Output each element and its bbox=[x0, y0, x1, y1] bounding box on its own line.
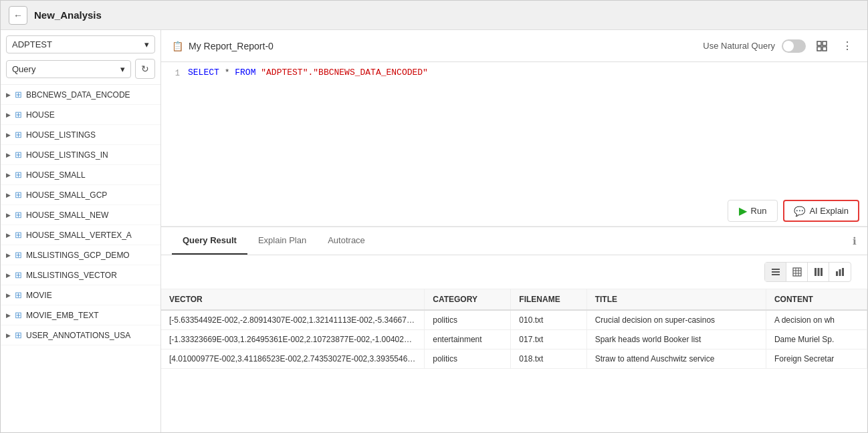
sidebar-item-label: HOUSE_SMALL_NEW bbox=[26, 210, 108, 220]
ai-explain-button[interactable]: 💬 AI Explain bbox=[783, 200, 859, 222]
svg-rect-15 bbox=[836, 271, 838, 276]
ai-explain-label: AI Explain bbox=[809, 206, 849, 216]
results-tabs: Query Result Explain Plan Autotrace ℹ bbox=[161, 227, 867, 255]
chart-view-button[interactable] bbox=[829, 263, 851, 281]
sidebar-item-user-annotations[interactable]: ▶ ⊞ USER_ANNOTATIONS_USA bbox=[1, 325, 160, 345]
expand-icon: ▶ bbox=[6, 92, 11, 98]
sidebar-item-house-small-vertex[interactable]: ▶ ⊞ HOUSE_SMALL_VERTEX_A bbox=[1, 225, 160, 245]
svg-rect-4 bbox=[772, 269, 780, 270]
expand-icon: ▶ bbox=[6, 132, 11, 138]
column-view-button[interactable] bbox=[808, 263, 829, 281]
editor-code: SELECT * FROM "ADPTEST"."BBCNEWS_DATA_EN… bbox=[188, 67, 867, 78]
page-title: New_Analysis bbox=[34, 9, 102, 21]
table-icon: ⊞ bbox=[15, 310, 22, 320]
svg-rect-7 bbox=[793, 268, 801, 276]
svg-rect-0 bbox=[817, 41, 821, 45]
expand-icon: ▶ bbox=[6, 272, 11, 279]
natural-query-toggle[interactable] bbox=[782, 39, 806, 53]
run-label: Run bbox=[751, 206, 767, 216]
svg-rect-17 bbox=[842, 268, 844, 276]
sidebar-item-label: HOUSE_SMALL_GCP bbox=[26, 190, 107, 200]
expand-icon: ▶ bbox=[6, 252, 11, 259]
cell-title: Crucial decision on super-casinos bbox=[586, 310, 766, 330]
svg-rect-13 bbox=[817, 268, 819, 276]
tab-label: Autotrace bbox=[328, 235, 365, 245]
grid-icon[interactable] bbox=[812, 37, 831, 55]
cell-content: Dame Muriel Sp. bbox=[766, 330, 867, 349]
sidebar-item-house-small[interactable]: ▶ ⊞ HOUSE_SMALL bbox=[1, 165, 160, 185]
sidebar-item-label: MLSLISTINGS_GCP_DEMO bbox=[26, 251, 130, 260]
sidebar-item-label: HOUSE_SMALL_VERTEX_A bbox=[26, 231, 132, 240]
sidebar-item-house-small-new[interactable]: ▶ ⊞ HOUSE_SMALL_NEW bbox=[1, 205, 160, 225]
table-row: [-5.63354492E-002,-2.80914307E-002,1.321… bbox=[161, 310, 867, 330]
table-icon: ⊞ bbox=[15, 150, 22, 160]
list-view-button[interactable] bbox=[765, 263, 786, 281]
col-header-content: CONTENT bbox=[766, 289, 867, 310]
table-row: [4.01000977E-002,3.41186523E-002,2.74353… bbox=[161, 349, 867, 369]
table-icon: ⊞ bbox=[15, 210, 22, 220]
sidebar-item-bbcnews[interactable]: ▶ ⊞ BBCNEWS_DATA_ENCODE bbox=[1, 85, 160, 105]
expand-icon: ▶ bbox=[6, 232, 11, 239]
sidebar-item-house[interactable]: ▶ ⊞ HOUSE bbox=[1, 105, 160, 125]
sidebar-item-movie-emb[interactable]: ▶ ⊞ MOVIE_EMB_TEXT bbox=[1, 305, 160, 325]
report-icon: 📋 bbox=[172, 41, 183, 51]
back-icon: ← bbox=[13, 10, 23, 21]
db-selector[interactable]: ADPTEST ▾ bbox=[6, 35, 155, 53]
more-options-icon[interactable]: ⋮ bbox=[838, 37, 857, 55]
table-row: [-1.33323669E-003,1.26495361E-002,2.1072… bbox=[161, 330, 867, 349]
cell-content: Foreign Secretar bbox=[766, 349, 867, 369]
sidebar-item-label: MOVIE bbox=[26, 291, 52, 300]
table-icon: ⊞ bbox=[15, 130, 22, 140]
line-number: 1 bbox=[161, 67, 188, 78]
sidebar-item-label: HOUSE_SMALL bbox=[26, 170, 86, 180]
natural-query-label: Use Natural Query bbox=[703, 41, 775, 51]
back-button[interactable]: ← bbox=[9, 6, 27, 25]
cell-title: Spark heads world Booker list bbox=[586, 330, 766, 349]
svg-rect-14 bbox=[821, 268, 823, 276]
db-selector-label: ADPTEST bbox=[12, 39, 52, 49]
sidebar-item-mlslistings-vector[interactable]: ▶ ⊞ MLSLISTINGS_VECTOR bbox=[1, 265, 160, 285]
view-buttons bbox=[764, 262, 851, 282]
sidebar-item-house-listings-in[interactable]: ▶ ⊞ HOUSE_LISTINGS_IN bbox=[1, 145, 160, 165]
cell-vector: [-5.63354492E-002,-2.80914307E-002,1.321… bbox=[161, 310, 425, 330]
expand-icon: ▶ bbox=[6, 332, 11, 339]
query-editor[interactable]: 1 SELECT * FROM "ADPTEST"."BBCNEWS_DATA_… bbox=[161, 62, 867, 196]
svg-rect-2 bbox=[817, 47, 821, 51]
expand-icon: ▶ bbox=[6, 212, 11, 219]
cell-filename: 018.txt bbox=[511, 349, 586, 369]
cell-filename: 017.txt bbox=[511, 330, 586, 349]
tab-query-result[interactable]: Query Result bbox=[172, 227, 247, 255]
table-icon: ⊞ bbox=[15, 270, 22, 280]
sidebar-item-movie[interactable]: ▶ ⊞ MOVIE bbox=[1, 285, 160, 305]
sidebar-item-mlslistings-gcp[interactable]: ▶ ⊞ MLSLISTINGS_GCP_DEMO bbox=[1, 245, 160, 265]
sidebar-item-label: HOUSE_LISTINGS_IN bbox=[26, 150, 108, 160]
query-selector-label: Query bbox=[12, 64, 35, 74]
refresh-button[interactable]: ↻ bbox=[135, 59, 155, 79]
col-header-filename: FILENAME bbox=[511, 289, 586, 310]
query-selector[interactable]: Query ▾ bbox=[6, 60, 131, 78]
expand-icon: ▶ bbox=[6, 192, 11, 198]
svg-rect-1 bbox=[823, 41, 827, 45]
tab-explain-plan[interactable]: Explain Plan bbox=[247, 227, 317, 255]
svg-rect-3 bbox=[823, 47, 827, 51]
sidebar-item-house-small-gcp[interactable]: ▶ ⊞ HOUSE_SMALL_GCP bbox=[1, 185, 160, 205]
cell-category: politics bbox=[425, 310, 511, 330]
sidebar-item-list: ▶ ⊞ BBCNEWS_DATA_ENCODE ▶ ⊞ HOUSE ▶ ⊞ HO… bbox=[1, 85, 160, 432]
tab-autotrace[interactable]: Autotrace bbox=[317, 227, 376, 255]
sidebar-item-label: BBCNEWS_DATA_ENCODE bbox=[26, 90, 130, 100]
table-view-button[interactable] bbox=[786, 263, 808, 281]
svg-rect-16 bbox=[839, 269, 841, 276]
info-icon[interactable]: ℹ bbox=[853, 235, 857, 247]
cell-title: Straw to attend Auschwitz service bbox=[586, 349, 766, 369]
chevron-down-icon: ▾ bbox=[144, 39, 149, 49]
cell-filename: 010.txt bbox=[511, 310, 586, 330]
sidebar-item-label: MLSLISTINGS_VECTOR bbox=[26, 271, 117, 280]
cell-category: entertainment bbox=[425, 330, 511, 349]
sidebar-item-house-listings[interactable]: ▶ ⊞ HOUSE_LISTINGS bbox=[1, 125, 160, 145]
results-table-container: VECTOR CATEGORY FILENAME TITLE CONTENT [… bbox=[161, 289, 867, 432]
run-button[interactable]: ▶ Run bbox=[728, 200, 778, 222]
sidebar-item-label: HOUSE bbox=[26, 110, 55, 120]
cell-vector: [-1.33323669E-003,1.26495361E-002,2.1072… bbox=[161, 330, 425, 349]
cell-vector: [4.01000977E-002,3.41186523E-002,2.74353… bbox=[161, 349, 425, 369]
table-icon: ⊞ bbox=[15, 170, 22, 180]
